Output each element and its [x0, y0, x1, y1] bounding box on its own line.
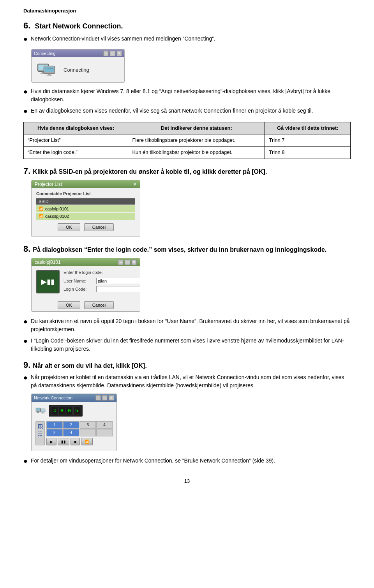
bullet-dot-9-2: ●	[23, 456, 28, 466]
play-button[interactable]: ▶	[46, 438, 56, 445]
projector-list-title: Projector List	[35, 182, 62, 187]
connecting-dialog-body: Connecting	[32, 57, 124, 82]
projector-list-ok-button[interactable]: OK	[58, 223, 80, 231]
svg-rect-13	[37, 412, 39, 413]
connecting-dialog-screenshot: Connecting – □ ✕ Connecting	[31, 49, 125, 83]
proj-list-item-1[interactable]: 📶 casiolpj0101	[36, 205, 135, 212]
play-pause-icon: ▶▮▮	[41, 277, 55, 286]
section-8-bullet-1: ● Du kan skrive inn et navn på opptil 20…	[23, 317, 351, 334]
page-header: Datamaskinoperasjon	[23, 8, 351, 14]
login-close-icon: ✕	[131, 260, 137, 265]
grid-cell-3: 3	[80, 421, 96, 429]
section-9-title: Når alt er som du vil ha det, klikk [OK]…	[33, 362, 147, 369]
grid-cell-2: 2	[63, 421, 79, 429]
signal-icon-2: 📶	[39, 214, 43, 218]
logincode-label: Login Code:	[64, 287, 95, 291]
connecting-dialog-title-text: Connecting	[34, 51, 56, 56]
minimize-icon: –	[103, 51, 109, 56]
proj-list-item-2[interactable]: 📶 casiolpj0102	[36, 213, 135, 220]
pause-button[interactable]: ▮▮	[58, 438, 69, 445]
section-7-title: Klikk på SSID-en på projektoren du ønske…	[33, 168, 267, 175]
netconn-title: Network Connection	[34, 396, 72, 400]
grid-cell-5: 3	[46, 429, 63, 436]
login-prompt-text: Enter the login code.	[64, 270, 140, 275]
login-fields-container: Enter the login code. User Name: Login C…	[64, 270, 140, 294]
login-dialog-title: casiolpj0101	[35, 260, 61, 265]
section-9-bullet-2: ● For detaljer om vindusoperasjoner for …	[23, 457, 351, 466]
proj-item-2-label: casiolpj0102	[45, 214, 69, 219]
section-6-bullet-1: ● Network Connection-vinduet vil vises s…	[23, 35, 351, 44]
grid-cell-7	[80, 429, 96, 436]
grid-cell-1: 1	[46, 421, 63, 429]
section-8-title: På dialogboksen “Enter the login code.” …	[33, 246, 326, 253]
netconn-minimize-icon: –	[95, 395, 101, 401]
svg-rect-7	[46, 75, 52, 76]
grid-cell-6: 4	[63, 429, 79, 436]
network-connection-screenshot: Network Connection – □ ✕ 3 8	[31, 394, 117, 451]
section-6-title: 6. Start Network Connection.	[23, 21, 351, 31]
bullet-dot-8-1: ●	[23, 316, 28, 327]
section-8-header: 8. På dialogboksen “Enter the login code…	[23, 244, 351, 254]
svg-rect-11	[36, 408, 40, 411]
svg-rect-5	[44, 67, 54, 72]
status-table: Hvis denne dialogboksen vises: Det indik…	[23, 122, 351, 159]
login-video-thumbnail: ▶▮▮	[36, 270, 60, 293]
stop-button[interactable]: ■	[71, 438, 80, 445]
netconn-titlebar: Network Connection – □ ✕	[32, 394, 116, 402]
page-number: 13	[23, 478, 351, 484]
digit-5: 5	[73, 406, 80, 415]
section-9-number: 9.	[23, 360, 30, 370]
logincode-input[interactable]	[96, 286, 140, 292]
table-row-1: “Projector List” Flere tilkoblingsbare p…	[24, 134, 351, 147]
table-row2-col2: Kun én tilkoblingsbar projektor ble oppd…	[128, 147, 265, 159]
table-row2-col3: Trinn 8	[265, 147, 351, 159]
digit-3: 3	[51, 406, 58, 415]
username-label: User Name:	[64, 279, 95, 283]
bullet-dot: ●	[23, 34, 28, 44]
monitor-icon: 🖼	[37, 423, 43, 429]
username-field-row: User Name:	[64, 278, 140, 284]
connecting-dialog-titlebar: Connecting – □ ✕	[32, 49, 124, 57]
table-row2-col1: “Enter the login code.”	[24, 147, 128, 159]
projector-list-body: Connectable Projector List SSID 📶 casiol…	[32, 188, 140, 237]
section-9-bullet-1: ● Når projektoren er koblet til en datam…	[23, 373, 351, 390]
login-ok-button[interactable]: OK	[58, 301, 80, 309]
netconn-controls: 🖼 ☵ 1 2 3 4 3 4 ▶ ▮▮ ■	[35, 421, 113, 445]
section-6-number: 6.	[23, 21, 30, 30]
bullet-dot-8-2: ●	[23, 336, 28, 346]
number-display: 3 8 0 5	[49, 405, 83, 417]
login-titlebar: casiolpj0101 – □ ✕	[32, 258, 140, 266]
proj-close-btn[interactable]: ✕	[133, 182, 137, 187]
svg-rect-12	[37, 411, 39, 412]
projector-list-buttons: OK Cancel	[36, 220, 135, 233]
netconn-maximize-icon: □	[102, 395, 108, 401]
table-col1-header: Hvis denne dialogboksen vises:	[24, 122, 128, 134]
proj-list-header: SSID	[36, 198, 135, 205]
logincode-field-row: Login Code:	[64, 286, 140, 292]
close-icon: ✕	[116, 51, 122, 56]
proj-list-subtitle: Connectable Projector List	[36, 191, 135, 196]
table-row1-col2: Flere tilkoblingsbare projektorer ble op…	[128, 134, 265, 147]
wifi-button[interactable]: 📶	[81, 438, 93, 445]
section-6-bullet-2: ● Hvis din datamaskin kjører Windows 7, …	[23, 87, 351, 104]
monitor-icon-small	[35, 407, 46, 417]
svg-rect-15	[41, 409, 45, 411]
login-dialog-buttons: – □ ✕	[118, 260, 137, 265]
netconn-icon-row: 3 8 0 5	[35, 405, 113, 419]
bullet-dot-9-1: ●	[23, 373, 28, 383]
section-8-bullet-2: ● I “Login Code”-boksen skriver du inn d…	[23, 337, 351, 353]
login-cancel-button[interactable]: Cancel	[84, 301, 114, 309]
login-dialog-buttons-row: OK Cancel	[32, 298, 140, 311]
login-maximize-icon: □	[125, 260, 130, 265]
table-row1-col3: Trinn 7	[265, 134, 351, 147]
section-9-header: 9. Når alt er som du vil ha det, klikk […	[23, 360, 351, 370]
playback-controls: ▶ ▮▮ ■ 📶	[46, 438, 113, 445]
bullet-dot-3: ●	[23, 106, 28, 117]
section-8-number: 8.	[23, 244, 30, 254]
left-icons-panel: 🖼 ☵	[35, 421, 45, 445]
grid-cell-8	[96, 429, 113, 436]
grid-cell-4: 4	[96, 421, 113, 429]
projector-list-cancel-button[interactable]: Cancel	[84, 223, 114, 231]
section-7-number: 7.	[23, 166, 30, 176]
username-input[interactable]	[96, 278, 140, 284]
